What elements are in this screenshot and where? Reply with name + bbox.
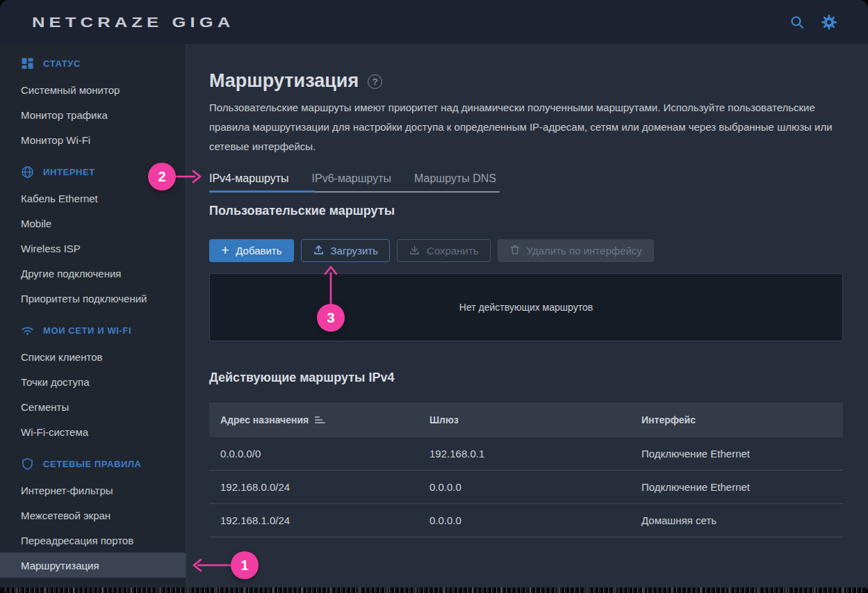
search-icon[interactable] bbox=[789, 14, 805, 31]
add-button[interactable]: + Добавить bbox=[209, 239, 294, 262]
cell-destination: 192.168.1.0/24 bbox=[220, 514, 429, 526]
sidebar-section-label: МОИ СЕТИ И WI-FI bbox=[43, 325, 131, 336]
sidebar-item-wifi-system[interactable]: Wi-Fi-система bbox=[0, 419, 186, 444]
load-button[interactable]: Загрузить bbox=[301, 239, 391, 262]
sidebar-item-wireless-isp[interactable]: Wireless ISP bbox=[0, 236, 186, 261]
user-routes-toolbar: + Добавить Загрузить Сохранить bbox=[209, 239, 842, 262]
globe-icon bbox=[21, 165, 34, 179]
tab-ipv6-routes[interactable]: IPv6-маршруты bbox=[312, 172, 392, 185]
sidebar-item-routing[interactable]: Маршрутизация bbox=[0, 553, 186, 578]
table-row: 192.168.1.0/24 0.0.0.0 Домашняя сеть bbox=[209, 504, 843, 537]
save-button[interactable]: Сохранить bbox=[397, 239, 491, 262]
table-header-row: Адрес назначения Шлюз Интерфейс bbox=[209, 403, 843, 437]
sort-icon[interactable] bbox=[315, 416, 325, 423]
column-interface: Интерфейс bbox=[641, 414, 843, 425]
sidebar-section-label: ИНТЕРНЕТ bbox=[43, 167, 95, 177]
sidebar-item-system-monitor[interactable]: Системный монитор bbox=[0, 77, 186, 102]
empty-routes-text: Нет действующих маршрутов bbox=[459, 302, 593, 313]
active-routes-table: Адрес назначения Шлюз Интерфейс 0.0.0.0/… bbox=[209, 403, 843, 537]
help-icon[interactable]: ? bbox=[368, 74, 382, 89]
topbar: NETCRAZE GIGA bbox=[0, 0, 868, 44]
bottom-artifact-strip bbox=[0, 587, 868, 593]
active-routes-title: Действующие маршруты IPv4 bbox=[209, 371, 842, 385]
cell-destination: 192.168.0.0/24 bbox=[220, 481, 429, 493]
sidebar-section-internet: ИНТЕРНЕТ bbox=[0, 158, 186, 186]
page-description: Пользовательские маршруты имеют приорите… bbox=[209, 98, 836, 156]
column-gateway: Шлюз bbox=[429, 414, 641, 425]
sidebar-item-connection-priorities[interactable]: Приоритеты подключений bbox=[0, 286, 186, 311]
shield-icon bbox=[21, 457, 34, 471]
trash-icon bbox=[509, 244, 521, 258]
sidebar-item-port-forwarding[interactable]: Переадресация портов bbox=[0, 528, 186, 553]
sidebar-item-mobile[interactable]: Mobile bbox=[0, 211, 186, 236]
cell-gateway: 192.168.0.1 bbox=[429, 448, 641, 460]
tab-ipv4-routes[interactable]: IPv4-маршруты bbox=[209, 172, 289, 185]
sidebar-section-my-networks: МОИ СЕТИ И WI-FI bbox=[0, 316, 186, 344]
sidebar-section-status: СТАТУС bbox=[0, 49, 186, 77]
table-row: 0.0.0.0/0 192.168.0.1 Подключение Ethern… bbox=[209, 437, 843, 471]
tab-dns-routes[interactable]: Маршруты DNS bbox=[414, 172, 496, 185]
main-content: Маршрутизация ? Пользовательские маршрут… bbox=[187, 44, 868, 593]
column-destination[interactable]: Адрес назначения bbox=[220, 414, 429, 425]
brand-logo: NETCRAZE GIGA bbox=[32, 14, 234, 31]
sidebar-section-network-rules: СЕТЕВЫЕ ПРАВИЛА bbox=[0, 450, 186, 478]
active-tab-underline bbox=[209, 190, 315, 193]
plus-icon: + bbox=[221, 243, 229, 257]
route-tabs: IPv4-маршруты IPv6-маршруты Маршруты DNS bbox=[209, 166, 500, 193]
sidebar-item-traffic-monitor[interactable]: Монитор трафика bbox=[0, 102, 186, 127]
sidebar-item-firewall[interactable]: Межсетевой экран bbox=[0, 503, 186, 528]
table-row: 192.168.0.0/24 0.0.0.0 Подключение Ether… bbox=[209, 471, 843, 504]
dashboard-icon bbox=[21, 57, 34, 70]
sidebar-item-segments[interactable]: Сегменты bbox=[0, 394, 186, 419]
sidebar-item-wifi-monitor[interactable]: Монитор Wi-Fi bbox=[0, 127, 186, 152]
wifi-icon bbox=[21, 324, 34, 337]
cell-gateway: 0.0.0.0 bbox=[429, 514, 641, 526]
empty-routes-panel: Нет действующих маршрутов bbox=[209, 273, 843, 341]
cell-interface: Подключение Ethernet bbox=[641, 448, 843, 460]
sidebar-item-other-connections[interactable]: Другие подключения bbox=[0, 261, 186, 286]
upload-icon bbox=[313, 244, 325, 258]
cell-interface: Домашняя сеть bbox=[641, 514, 843, 526]
app-window: NETCRAZE GIGA bbox=[0, 0, 868, 593]
page-title: Маршрутизация bbox=[209, 70, 359, 92]
sidebar-section-label: СТАТУС bbox=[43, 58, 81, 69]
user-routes-title: Пользовательские маршруты bbox=[209, 204, 842, 218]
sidebar: СТАТУС Системный монитор Монитор трафика… bbox=[0, 44, 186, 593]
sidebar-item-client-lists[interactable]: Списки клиентов bbox=[0, 344, 186, 369]
cell-gateway: 0.0.0.0 bbox=[429, 481, 641, 493]
gear-icon[interactable] bbox=[821, 14, 837, 31]
sidebar-item-ethernet-cable[interactable]: Кабель Ethernet bbox=[0, 186, 186, 211]
sidebar-item-internet-filters[interactable]: Интернет-фильтры bbox=[0, 478, 186, 503]
sidebar-section-label: СЕТЕВЫЕ ПРАВИЛА bbox=[43, 459, 142, 469]
cell-destination: 0.0.0.0/0 bbox=[220, 448, 429, 460]
delete-by-interface-button[interactable]: Удалить по интерфейсу bbox=[498, 239, 654, 262]
download-icon bbox=[409, 244, 420, 258]
sidebar-item-access-points[interactable]: Точки доступа bbox=[0, 369, 186, 394]
cell-interface: Подключение Ethernet bbox=[641, 481, 843, 493]
